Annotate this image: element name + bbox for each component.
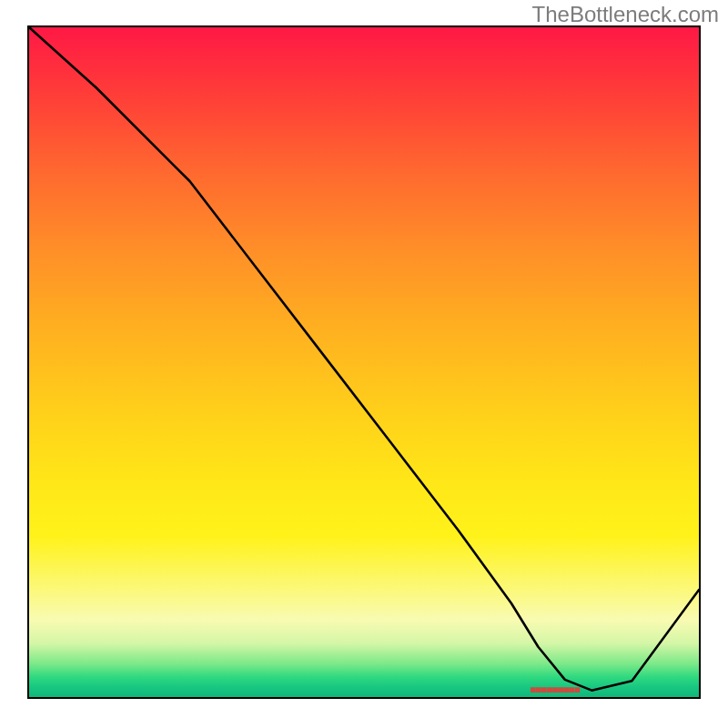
curve-svg (29, 27, 699, 697)
chart-root: TheBottleneck.com ■■■■■■■■■ (0, 0, 728, 728)
series-line (29, 27, 699, 691)
plot-area: ■■■■■■■■■ (27, 25, 701, 699)
optimum-marker: ■■■■■■■■■ (530, 683, 579, 696)
watermark-text: TheBottleneck.com (532, 2, 719, 27)
